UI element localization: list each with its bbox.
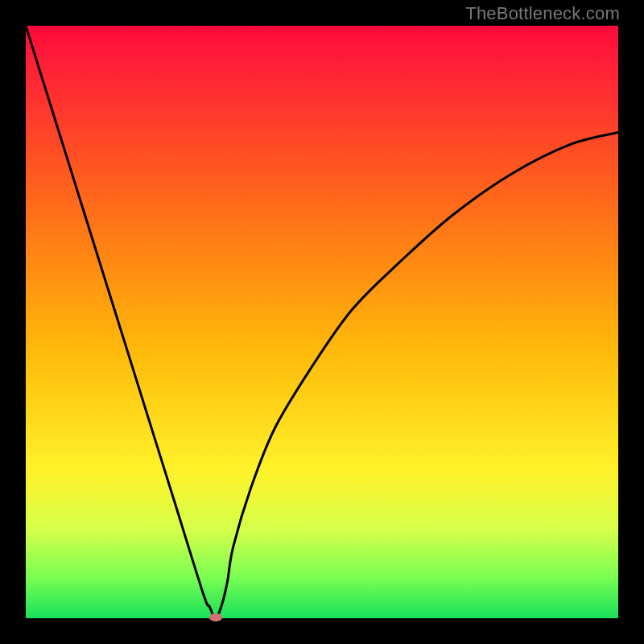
plot-area bbox=[26, 26, 618, 618]
minimum-marker bbox=[209, 613, 222, 621]
bottleneck-curve bbox=[26, 26, 618, 618]
watermark-text: TheBottleneck.com bbox=[465, 3, 620, 24]
chart-frame: TheBottleneck.com bbox=[0, 0, 644, 644]
curve-path bbox=[26, 26, 618, 618]
